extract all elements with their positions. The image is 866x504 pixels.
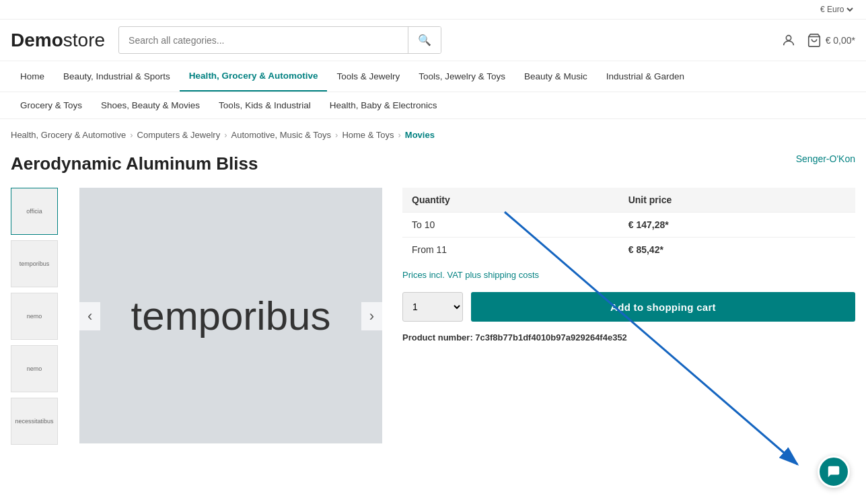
nav-home[interactable]: Home [11, 62, 54, 91]
add-to-cart-button[interactable]: Add to shopping cart [471, 292, 855, 322]
main-image-text: temporibus [131, 293, 331, 339]
product-title-row: Aerodynamic Aluminum Bliss Senger-O'Kon [11, 153, 855, 174]
product-number-value: 7c3f8b77b1df4010b97a929264f4e352 [475, 332, 627, 343]
price-qty-0: To 10 [402, 213, 619, 238]
price-qty-1: From 11 [402, 238, 619, 262]
price-val-0: € 147,28* [619, 213, 855, 238]
carousel-next-button[interactable]: › [361, 302, 382, 330]
thumbnail-2[interactable]: nemo [11, 293, 58, 340]
svg-point-0 [786, 35, 791, 40]
logo[interactable]: Demostore [11, 30, 105, 51]
product-layout: officia temporibus nemo nemo necessitati… [11, 188, 855, 445]
breadcrumb-separator-1: › [224, 130, 227, 140]
price-row-0: To 10 € 147,28* [402, 213, 855, 238]
product-number-label: Product number: [402, 332, 475, 343]
main-image-container: ‹ temporibus › [79, 188, 382, 445]
thumbnails: officia temporibus nemo nemo necessitati… [11, 188, 59, 445]
currency-selector[interactable]: € Euro [818, 4, 855, 15]
search-input[interactable] [119, 28, 408, 52]
thumbnail-4[interactable]: necessitatibus [11, 398, 58, 445]
nav-tools-jewelry[interactable]: Tools & Jewelry [327, 62, 409, 91]
brand-link[interactable]: Senger-O'Kon [796, 153, 855, 164]
nav-shoes-beauty[interactable]: Shoes, Beauty & Movies [92, 92, 209, 118]
product-number: Product number: 7c3f8b77b1df4010b97a9292… [402, 332, 855, 343]
price-table-price-header: Unit price [619, 188, 855, 213]
nav-tools-jewelry-toys[interactable]: Tools, Jewelry & Toys [409, 62, 515, 91]
price-val-1: € 85,42* [619, 238, 855, 262]
nav-beauty-music[interactable]: Beauty & Music [515, 62, 597, 91]
vat-note: Prices incl. VAT plus shipping costs [402, 270, 855, 280]
breadcrumb-current: Movies [405, 130, 435, 140]
search-bar: 🔍 [118, 26, 441, 54]
cart-price: € 0,00* [826, 35, 855, 46]
price-table-qty-header: Quantity [402, 188, 619, 213]
price-table: Quantity Unit price To 10 € 147,28* From… [402, 188, 855, 262]
thumbnail-1[interactable]: temporibus [11, 240, 58, 287]
search-button[interactable]: 🔍 [408, 27, 441, 53]
nav-industrial-garden[interactable]: Industrial & Garden [597, 62, 694, 91]
cart-icon-area[interactable]: € 0,00* [807, 33, 855, 48]
breadcrumb-separator-0: › [130, 130, 133, 140]
add-to-cart-row: 1 2 3 4 5 Add to shopping cart [402, 292, 855, 322]
product-page: Aerodynamic Aluminum Bliss Senger-O'Kon … [0, 147, 866, 465]
nav-tools-kids[interactable]: Tools, Kids & Industrial [209, 92, 320, 118]
price-panel: Quantity Unit price To 10 € 147,28* From… [402, 188, 855, 445]
quantity-selector[interactable]: 1 2 3 4 5 [402, 292, 463, 322]
thumbnail-0[interactable]: officia [11, 188, 58, 235]
top-bar: € Euro [0, 0, 866, 20]
nav-health-baby[interactable]: Health, Baby & Electronics [320, 92, 447, 118]
account-icon[interactable] [781, 33, 796, 48]
secondary-nav: Grocery & Toys Shoes, Beauty & Movies To… [0, 92, 866, 119]
breadcrumb-separator-3: › [398, 130, 401, 140]
breadcrumb-item-2[interactable]: Automotive, Music & Toys [231, 130, 331, 140]
logo-bold: Demo [11, 30, 63, 50]
nav-beauty-industrial[interactable]: Beauty, Industrial & Sports [54, 62, 180, 91]
breadcrumb-separator-2: › [335, 130, 338, 140]
header-icons: € 0,00* [781, 33, 855, 48]
breadcrumb-item-3[interactable]: Home & Toys [342, 130, 394, 140]
product-title: Aerodynamic Aluminum Bliss [11, 153, 258, 174]
logo-light: store [63, 30, 105, 50]
primary-nav: Home Beauty, Industrial & Sports Health,… [0, 61, 866, 92]
breadcrumb-item-1[interactable]: Computers & Jewelry [137, 130, 221, 140]
header: Demostore 🔍 € 0,00* [0, 20, 866, 61]
nav-grocery-toys[interactable]: Grocery & Toys [11, 92, 92, 118]
main-image: temporibus [79, 188, 382, 443]
nav-health-grocery[interactable]: Health, Grocery & Automotive [180, 61, 328, 92]
thumbnail-3[interactable]: nemo [11, 345, 58, 392]
breadcrumb-item-0[interactable]: Health, Grocery & Automotive [11, 130, 126, 140]
price-row-1: From 11 € 85,42* [402, 238, 855, 262]
breadcrumb: Health, Grocery & Automotive › Computers… [0, 119, 866, 147]
carousel-prev-button[interactable]: ‹ [79, 302, 100, 330]
